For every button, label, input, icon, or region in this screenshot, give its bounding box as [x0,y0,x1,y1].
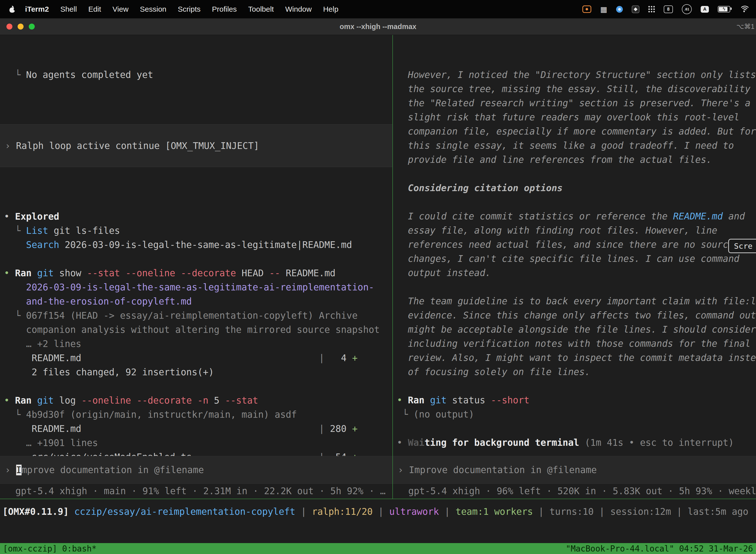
terminal-line: └ No agents completed yet [4,68,392,82]
right-pane-scrollback: However, I noticed the "Directory Struct… [393,35,756,456]
screen-recording-indicator[interactable] [582,5,591,13]
terminal-line: output instead. [397,266,756,280]
battery-icon[interactable]: ϟ [718,6,730,12]
dark-app-icon[interactable] [632,5,639,13]
menu-status-icons: ▦8.61Aϟ [582,4,756,14]
terminal-line [397,167,756,181]
menu-item-scripts[interactable]: Scripts [172,5,206,13]
menu-item-shell[interactable]: Shell [55,5,82,13]
wifi-icon[interactable] [739,6,749,13]
menu-item-window[interactable]: Window [279,5,317,13]
tmux-session-window: [omx-cczip] 0:bash* [3,544,97,554]
menu-item-view[interactable]: View [107,5,134,13]
right-pane: However, I noticed the "Directory Struct… [393,35,756,499]
terminal-line: └ List git ls-files [4,224,392,238]
input-source-icon[interactable]: A [701,6,709,13]
tmux-panes: └ No agents completed yet › Ralph loop a… [0,35,756,499]
input-text: mprove documentation in @filename [21,465,204,475]
numeric-app-icon[interactable]: 8 [664,5,673,13]
apple-menu-icon[interactable] [8,5,16,13]
menu-item-iterm2[interactable]: iTerm2 [19,5,55,13]
terminal-line: • Ran git status --short [397,393,756,407]
terminal-line: • Ran git show --stat --oneline --decora… [4,266,392,280]
dots-grid-app-icon[interactable] [648,6,655,12]
terminal-line: However, I noticed the "Directory Struct… [397,68,756,82]
terminal-line: … +1901 lines [4,436,392,450]
window-shortcut-hint: ⌥⌘1 [737,22,755,31]
terminal-line [4,252,392,266]
blue-app-icon[interactable] [616,6,623,13]
terminal-line: companion analysis without altering the … [4,323,392,337]
bottom-gap [0,524,756,543]
menu-items: iTerm2ShellEditViewSessionScriptsProfile… [19,5,344,13]
prompt-input-right[interactable]: › Improve documentation in @filename [393,456,756,484]
terminal-line: of focusing solely on file lines. [397,365,756,379]
terminal-line: review. Also, I might want to inspect th… [397,351,756,365]
terminal-lines-block: However, I noticed the "Directory Struct… [397,68,756,450]
menu-item-session[interactable]: Session [134,5,172,13]
window-title: omx --xhigh --madmax [339,22,416,31]
terminal-line: └ (no output) [397,407,756,422]
terminal-line: [OMX#0.11.9] cczip/essay/ai-reimplementa… [2,506,748,517]
menu-item-profiles[interactable]: Profiles [206,5,242,13]
text-cursor: I [16,465,21,475]
terminal-line: • Waiting for background terminal (1m 41… [397,436,756,450]
terminal-line: essay file, along with finding root file… [397,223,756,237]
terminal-line [4,195,392,210]
traffic-lights [6,18,35,35]
terminal-line: provide file and line references from th… [397,153,756,167]
terminal-line: the "Related research writing" section i… [397,96,756,110]
terminal-line: 2026-03-09-is-legal-the-same-as-legitima… [4,280,392,294]
left-pane: └ No agents completed yet › Ralph loop a… [0,35,392,499]
terminal-line [4,379,392,393]
omx-status-line: [OMX#0.11.9] cczip/essay/ai-reimplementa… [0,499,756,524]
terminal-line [397,195,756,209]
screen: iTerm2ShellEditViewSessionScriptsProfile… [0,0,756,554]
session-stats-right: gpt-5.4 xhigh · 96% left · 520K in · 5.8… [393,484,756,499]
menu-item-edit[interactable]: Edit [82,5,107,13]
terminal-line: • Explored [4,210,392,224]
terminal-line: I could cite commit statistics or refere… [397,209,756,223]
terminal-line [397,280,756,294]
input-text: Improve documentation in @filename [409,465,597,475]
tmux-status-bar: [omx-cczip] 0:bash* "MacBook-Pro-44.loca… [0,543,756,554]
terminal-line: references need actual files, and since … [397,237,756,252]
menu-item-help[interactable]: Help [317,5,344,13]
terminal-line: slight risk that future readers may over… [397,110,756,124]
terminal-line: README.md | 4 + [4,351,392,365]
tmux-inject-banner: › Ralph loop active continue [OMX_TMUX_I… [0,124,392,167]
terminal-line: companion file, especially if more comme… [397,124,756,138]
banner-prompt: › [5,139,16,153]
terminal-line: 2 files changed, 92 insertions(+) [4,365,392,379]
terminal-line: … +2 lines [4,337,392,351]
banner-text: Ralph loop active continue [OMX_TMUX_INJ… [16,139,259,153]
session-stats-left: gpt-5.4 xhigh · main · 91% left · 2.31M … [0,484,392,499]
terminal-lines-block: └ No agents completed yet [4,68,392,96]
terminal-line: including verification notes with those … [397,337,756,351]
terminal-line [397,422,756,436]
terminal-area: └ No agents completed yet › Ralph loop a… [0,35,756,554]
terminal-line: Considering citation options [397,181,756,195]
prompt-chevron: › [398,465,409,475]
terminal-line: └ 067f154 (HEAD -> essay/ai-reimplementa… [4,309,392,323]
window-grid-app-icon[interactable]: ▦ [600,5,607,14]
left-pane-scrollback: └ No agents completed yet › Ralph loop a… [0,35,392,456]
terminal-line: README.md | 280 + [4,422,392,436]
terminal-line: might be acceptable alongside the file l… [397,322,756,337]
zoom-button[interactable] [29,23,35,30]
terminal-line: src/voice/voiceModeEnabled.ts | 54 + [4,450,392,456]
terminal-line: changes, I can't cite specific file line… [397,252,756,266]
menu-item-toolbelt[interactable]: Toolbelt [243,5,279,13]
window-title-bar: omx --xhigh --madmax ⌥⌘1 [0,18,756,35]
terminal-line: Search 2026-03-09-is-legal-the-same-as-l… [4,238,392,252]
minimize-button[interactable] [18,23,23,30]
menu-bar: iTerm2ShellEditViewSessionScriptsProfile… [0,0,756,18]
screen-share-chip[interactable]: Scre [728,239,756,253]
terminal-line: └ 4b9d30f (origin/main, instructkr/main,… [4,407,392,422]
prompt-chevron: › [5,465,16,475]
close-button[interactable] [6,23,12,30]
battery-percent-badge[interactable]: .61 [682,4,692,14]
terminal-line: and-the-erosion-of-copyleft.md [4,294,392,309]
prompt-input-left[interactable]: › Improve documentation in @filename [0,456,392,484]
terminal-line: this single essay, it seems like a good … [397,138,756,153]
